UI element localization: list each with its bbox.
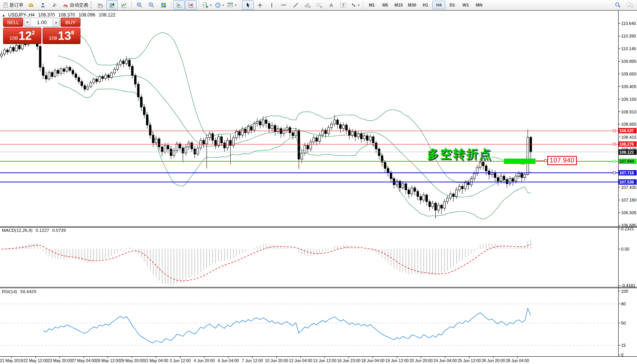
indicators-button[interactable]: ▾ <box>201 0 213 10</box>
time-tick-label[interactable]: 28 Jun 04:00 <box>506 358 529 363</box>
zoom-out-button[interactable] <box>146 0 157 10</box>
community-button[interactable] <box>37 0 49 10</box>
bar-chart-button[interactable] <box>94 0 106 10</box>
timeframe-button-W1[interactable]: W1 <box>459 1 472 9</box>
time-tick-label[interactable]: 23 May 20:00 <box>48 358 72 363</box>
time-tick-label[interactable]: 26 Jun 20:00 <box>482 358 505 363</box>
ingot-button[interactable] <box>25 0 37 10</box>
equidistant-channel-button[interactable]: E <box>302 0 313 10</box>
candlestick-chart-button[interactable] <box>106 0 118 10</box>
timeframe-button-MN[interactable]: MN <box>473 1 486 9</box>
price-flag-107940[interactable]: 107.940 <box>536 156 577 165</box>
candle-bull <box>93 79 95 82</box>
green-zone-rectangle[interactable] <box>504 159 535 164</box>
volume-decrease-button[interactable]: ▼ <box>24 18 31 26</box>
timeframe-button-D1[interactable]: D1 <box>446 1 459 9</box>
time-tick-label[interactable]: 10 Jun 20:00 <box>265 358 288 363</box>
candle-bear <box>428 202 430 207</box>
time-tick-label[interactable]: 7 Jun 12:00 <box>242 358 263 363</box>
sell-button[interactable]: SELL <box>3 18 23 27</box>
vertical-line-button[interactable] <box>266 0 277 10</box>
time-tick-label[interactable]: 18 Jun 04:00 <box>361 358 384 363</box>
candle-bear <box>265 120 267 123</box>
text-button[interactable]: A <box>325 0 337 10</box>
chart-shift-button[interactable] <box>185 0 197 10</box>
dropdown-caret-icon: ▾ <box>235 3 236 7</box>
candle-bear <box>485 166 487 171</box>
buy-price-button[interactable]: 108 13 8 <box>43 28 81 44</box>
timeframe-button-M30[interactable]: M30 <box>406 1 419 9</box>
volume-increase-button[interactable]: ▲ <box>53 18 59 26</box>
chart-canvas[interactable]: 110.640110.390110.145109.895109.650109.4… <box>0 0 637 364</box>
time-tick-label[interactable]: 27 May 04:00 <box>72 358 96 363</box>
line-handle-icon[interactable] <box>613 172 616 174</box>
price-badge-107.716: 107.716 <box>619 170 637 175</box>
time-tick-label[interactable]: 22 May 12:00 <box>23 358 48 363</box>
candle-bear <box>268 123 270 128</box>
time-tick-label[interactable]: 4 Jun 20:00 <box>194 358 215 363</box>
buy-button[interactable]: BUY <box>61 18 80 27</box>
time-tick-label[interactable]: 20 Jun 20:00 <box>409 358 433 363</box>
text-label-button[interactable]: T <box>337 0 349 10</box>
time-tick-label[interactable]: 16 Jun 23:00 <box>337 358 361 363</box>
candle-bull <box>110 73 112 77</box>
sell-big-figure: 108 <box>10 35 18 41</box>
candle-bear <box>414 188 416 191</box>
zoom-in-button[interactable] <box>134 0 145 10</box>
horizontal-line-button[interactable] <box>278 0 289 10</box>
periods-button[interactable]: ▾ <box>213 0 225 10</box>
volume-input[interactable] <box>31 18 53 26</box>
fibonacci-button[interactable]: F <box>314 0 325 10</box>
time-tick-label[interactable]: 29 May 20:00 <box>120 358 144 363</box>
chat-button[interactable] <box>624 0 635 10</box>
signal-button[interactable] <box>49 0 61 10</box>
candle-bear <box>167 146 169 149</box>
line-handle-icon[interactable] <box>613 160 616 162</box>
time-tick-label[interactable]: 13 Jun 12:00 <box>313 358 337 363</box>
timeframe-button-M5[interactable]: M5 <box>379 1 392 9</box>
time-tick-label[interactable]: 24 Jun 04:00 <box>433 358 457 363</box>
timeframe-button-M15[interactable]: M15 <box>392 1 405 9</box>
search-button[interactable] <box>612 0 624 10</box>
flag-handle-icon[interactable] <box>544 159 547 162</box>
candle-bear <box>51 72 53 77</box>
timeframe-button-H4[interactable]: H4 <box>432 1 445 9</box>
auto-trading-button[interactable]: 自动交易 <box>61 0 90 10</box>
line-handle-icon[interactable] <box>613 130 616 132</box>
cursor-button[interactable] <box>242 0 254 10</box>
new-order-button[interactable]: 新订单 <box>2 0 25 10</box>
candle-bear <box>12 48 14 51</box>
trendline-button[interactable] <box>290 0 301 10</box>
chart-annotation-text[interactable]: 多空转折点 <box>427 146 492 162</box>
timeframe-button-H1[interactable]: H1 <box>419 1 432 9</box>
candle-bear <box>63 69 65 72</box>
sell-pipette: 2 <box>32 30 35 36</box>
sell-price-button[interactable]: 108 12 2 <box>3 28 41 44</box>
time-tick-label[interactable]: 3 Jun 12:00 <box>170 358 191 363</box>
line-chart-button[interactable] <box>118 0 130 10</box>
line-handle-icon[interactable] <box>613 143 616 145</box>
auto-scroll-button[interactable] <box>173 0 185 10</box>
candle-bull <box>500 176 502 181</box>
templates-button[interactable]: ▾ <box>226 0 238 10</box>
timeframe-button-M1[interactable]: M1 <box>365 1 378 9</box>
text-label-icon: T <box>340 2 346 8</box>
time-tick-label[interactable]: 31 May 04:00 <box>144 358 168 363</box>
time-tick-label[interactable]: 12 Jun 04:00 <box>289 358 312 363</box>
time-tick-label[interactable]: 28 May 12:00 <box>96 358 120 363</box>
tile-windows-button[interactable] <box>158 0 169 10</box>
candle-bear <box>417 191 419 196</box>
arrows-button[interactable]: ▾ <box>349 0 361 10</box>
crosshair-button[interactable] <box>254 0 266 10</box>
time-tick-label[interactable]: 19 Jun 12:00 <box>385 358 409 363</box>
candle-bear <box>452 194 454 197</box>
signal-waves-icon <box>52 2 58 8</box>
candle-bull <box>438 205 440 210</box>
candle-bull <box>464 183 466 189</box>
rsi-tick-label: 100 <box>621 289 628 293</box>
time-tick-label[interactable]: 25 Jun 12:00 <box>458 358 481 363</box>
bollinger-line <box>58 56 530 197</box>
time-tick-label[interactable]: 6 Jun 04:00 <box>218 358 239 363</box>
time-tick-label[interactable]: 21 May 2019 <box>0 358 23 363</box>
collapse-triangle-icon[interactable]: ▲ <box>2 13 5 17</box>
